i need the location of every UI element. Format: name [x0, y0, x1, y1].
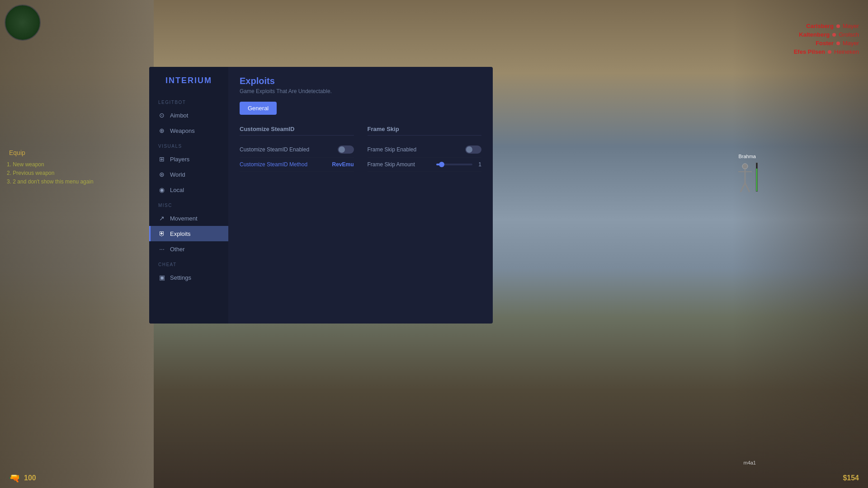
- scoreboard-row: Kaltenberg Grolsch: [794, 31, 859, 38]
- hud-bottom: 🔫 100 $154: [0, 473, 868, 483]
- sidebar-label-settings: Settings: [170, 274, 191, 281]
- exploits-icon: ⛨: [158, 230, 165, 237]
- col-header-frameskip: Frame Skip: [368, 126, 482, 136]
- steamid-method-label: Customize SteamID Method: [240, 161, 307, 168]
- score-name: Kaltenberg: [799, 31, 830, 38]
- settings-icon: ▣: [158, 274, 165, 281]
- sidebar-label-aimbot: Aimbot: [170, 112, 188, 119]
- frameskip-slider-thumb: [439, 162, 444, 167]
- minimap: [5, 5, 41, 41]
- sidebar-label-local: Local: [170, 187, 184, 193]
- sidebar-item-movement[interactable]: ↗ Movement: [149, 211, 228, 226]
- sidebar-item-players[interactable]: ⊞ Players: [149, 151, 228, 167]
- frameskip-amount-label: Frame Skip Amount: [368, 161, 415, 168]
- aimbot-icon: ⊙: [158, 112, 165, 119]
- health-fill: [756, 169, 757, 191]
- frameskip-enabled-toggle[interactable]: [465, 145, 481, 154]
- menu-overlay: INTERIUM LEGITBOT ⊙ Aimbot ⊕ Weapons VIS…: [149, 67, 493, 324]
- frameskip-slider-value: 1: [476, 161, 481, 168]
- section-label-legitbot: LEGITBOT: [149, 94, 228, 108]
- money-amount: 154: [847, 474, 859, 482]
- equip-label: Equip: [9, 149, 25, 156]
- sidebar-label-other: Other: [170, 246, 185, 253]
- page-subtitle: Game Exploits That Are Undetectable.: [240, 88, 481, 94]
- player-name-indicator: Brahma: [738, 154, 756, 159]
- ammo-count: 100: [24, 474, 36, 482]
- scoreboard-row: Carlsberg Mayer: [794, 23, 859, 29]
- settings-col-right: Frame Skip Frame Skip Enabled Frame Skip…: [368, 126, 482, 172]
- scoreboard: Carlsberg Mayer Kaltenberg Grolsch Foste…: [794, 23, 859, 57]
- equip-item-2: 2. Previous weapon: [7, 169, 94, 178]
- sidebar-label-players: Players: [170, 156, 189, 163]
- main-content: Exploits Game Exploits That Are Undetect…: [228, 67, 493, 324]
- weapon-label-indicator: m4a1: [743, 460, 756, 465]
- frameskip-enabled-label: Frame Skip Enabled: [368, 146, 417, 153]
- steamid-method-value: RevEmu: [332, 161, 354, 168]
- equip-item-3: 3. 2 and don't show this menu again: [7, 178, 94, 186]
- wall-right: [732, 0, 868, 488]
- svg-line-4: [745, 183, 750, 192]
- sidebar-label-weapons: Weapons: [170, 127, 195, 134]
- settings-grid: Customize SteamID Customize SteamID Enab…: [240, 126, 481, 172]
- setting-steamid-enabled: Customize SteamID Enabled: [240, 142, 354, 158]
- scoreboard-row: Foster Mayer: [794, 40, 859, 47]
- col-header-steamid: Customize SteamID: [240, 126, 354, 136]
- equip-item-1: 1. New weapon: [7, 160, 94, 169]
- equip-list: 1. New weapon 2. Previous weapon 3. 2 an…: [7, 160, 94, 187]
- frameskip-slider[interactable]: [436, 164, 472, 165]
- hud-money: $154: [843, 474, 859, 482]
- sidebar-logo: INTERIUM: [149, 76, 228, 94]
- sidebar-item-local[interactable]: ◉ Local: [149, 182, 228, 197]
- local-icon: ◉: [158, 186, 165, 193]
- svg-line-3: [741, 183, 745, 192]
- score-name-right: Grolsch: [839, 31, 859, 38]
- health-bar: [756, 163, 758, 192]
- score-name: Foster: [816, 40, 834, 47]
- section-label-cheat: CHEAT: [149, 257, 228, 270]
- players-icon: ⊞: [158, 155, 165, 163]
- score-name: Carlsberg: [806, 23, 834, 29]
- wall-left: [0, 0, 154, 488]
- score-name-right: Mayer: [843, 40, 859, 47]
- setting-frameskip-enabled: Frame Skip Enabled: [368, 142, 482, 158]
- sidebar-item-aimbot[interactable]: ⊙ Aimbot: [149, 108, 228, 123]
- steamid-enabled-toggle[interactable]: [338, 145, 354, 154]
- weapons-icon: ⊕: [158, 127, 165, 134]
- tab-general[interactable]: General: [240, 102, 277, 115]
- tab-bar: General: [240, 102, 481, 115]
- sidebar-item-exploits[interactable]: ⛨ Exploits: [149, 226, 228, 241]
- section-label-misc: MISC: [149, 197, 228, 211]
- ammo-icon: 🔫: [9, 473, 20, 483]
- score-dot: [832, 33, 836, 37]
- sidebar-item-weapons[interactable]: ⊕ Weapons: [149, 123, 228, 138]
- movement-icon: ↗: [158, 215, 165, 222]
- sidebar: INTERIUM LEGITBOT ⊙ Aimbot ⊕ Weapons VIS…: [149, 67, 228, 324]
- hud-left: 🔫 100: [9, 473, 36, 483]
- page-title: Exploits: [240, 76, 481, 86]
- sidebar-label-movement: Movement: [170, 215, 198, 222]
- section-label-visuals: VISUALS: [149, 138, 228, 151]
- scoreboard-row: Efes Pilsen Heineken: [794, 48, 859, 55]
- score-dot: [836, 42, 840, 45]
- svg-point-0: [742, 164, 748, 169]
- score-name: Efes Pilsen: [794, 48, 825, 55]
- setting-steamid-method: Customize SteamID Method RevEmu: [240, 158, 354, 172]
- sidebar-item-world[interactable]: ⊛ World: [149, 167, 228, 182]
- player-figure: [736, 163, 754, 194]
- score-name-right: Heineken: [834, 48, 859, 55]
- steamid-enabled-label: Customize SteamID Enabled: [240, 146, 309, 153]
- sidebar-label-exploits: Exploits: [170, 230, 191, 237]
- world-icon: ⊛: [158, 171, 165, 178]
- other-icon: ···: [158, 245, 165, 253]
- score-name-right: Mayer: [843, 23, 859, 29]
- score-dot: [828, 50, 831, 54]
- settings-col-left: Customize SteamID Customize SteamID Enab…: [240, 126, 354, 172]
- sidebar-item-other[interactable]: ··· Other: [149, 241, 228, 257]
- money-sign: $: [843, 474, 847, 482]
- sidebar-item-settings[interactable]: ▣ Settings: [149, 270, 228, 285]
- frameskip-slider-container: 1: [436, 161, 481, 168]
- setting-frameskip-amount: Frame Skip Amount 1: [368, 158, 482, 172]
- score-dot: [836, 24, 840, 28]
- sidebar-label-world: World: [170, 171, 185, 178]
